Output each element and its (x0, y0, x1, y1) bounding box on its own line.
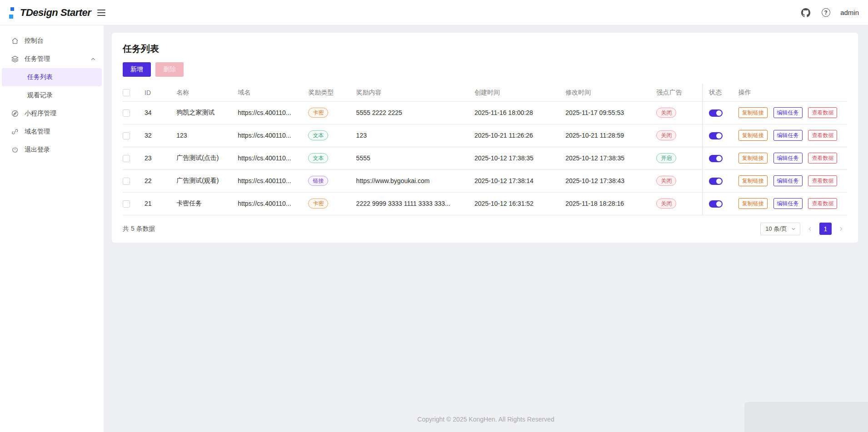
sidebar-item-domain[interactable]: 域名管理 (0, 123, 104, 141)
cell-modified-time: 2025-11-17 09:55:53 (565, 101, 656, 124)
cell-name: 广告测试(观看) (176, 169, 238, 192)
chevron-down-icon (791, 226, 796, 232)
pagination-bar: 共 5 条数据 10 条/页 1 (123, 215, 847, 243)
next-page-button[interactable] (835, 223, 847, 235)
status-toggle[interactable] (709, 109, 723, 117)
column-header-domain: 域名 (238, 84, 308, 101)
top-header: TDesign Starter ? admin (0, 0, 868, 25)
logo-text: TDesign Starter (20, 7, 91, 19)
cell-domain: https://cs.400110... (238, 192, 308, 215)
copy-link-button[interactable]: 复制链接 (738, 198, 768, 209)
prev-page-button[interactable] (804, 223, 816, 235)
cell-name: 123 (176, 124, 238, 147)
edit-task-button[interactable]: 编辑任务 (773, 198, 803, 209)
cell-name: 广告测试(点击) (176, 147, 238, 169)
chevron-left-icon (807, 226, 813, 232)
cell-created-time: 2025-10-12 17:38:35 (474, 147, 565, 169)
sidebar-item-label: 任务管理 (25, 55, 85, 63)
row-checkbox[interactable] (123, 109, 130, 117)
cell-id: 23 (145, 147, 176, 169)
help-icon[interactable]: ? (820, 7, 831, 18)
sidebar-item-console[interactable]: 控制台 (0, 32, 104, 50)
sidebar-item-task-management[interactable]: 任务管理 (0, 50, 104, 68)
force-ad-tag: 关闭 (656, 130, 676, 140)
reward-type-tag: 卡密 (308, 108, 328, 118)
edit-task-button[interactable]: 编辑任务 (773, 153, 803, 164)
select-all-checkbox[interactable] (123, 89, 130, 96)
sidebar-item-miniprogram[interactable]: 小程序管理 (0, 104, 104, 123)
status-toggle[interactable] (709, 155, 723, 162)
view-data-button[interactable]: 查看数据 (808, 130, 837, 141)
copy-link-button[interactable]: 复制链接 (738, 175, 768, 186)
collapse-menu-icon[interactable] (97, 10, 105, 16)
view-data-button[interactable]: 查看数据 (808, 153, 837, 164)
copy-link-button[interactable]: 复制链接 (738, 107, 768, 118)
cell-id: 21 (145, 192, 176, 215)
layers-icon (11, 55, 19, 63)
app-screen: TDesign Starter ? admin 控制台 任务管理 任务列表 观看… (0, 0, 868, 432)
sidebar-item-label: 小程序管理 (25, 109, 96, 118)
row-checkbox[interactable] (123, 178, 130, 185)
view-data-button[interactable]: 查看数据 (808, 175, 837, 186)
cell-reward-content: https://www.bygoukai.com (356, 169, 474, 192)
copy-link-button[interactable]: 复制链接 (738, 153, 768, 164)
page-size-select[interactable]: 10 条/页 (760, 223, 800, 235)
reward-type-tag: 链接 (308, 176, 328, 186)
status-toggle[interactable] (709, 200, 723, 208)
page-number-button[interactable]: 1 (819, 223, 832, 235)
add-button[interactable]: 新增 (123, 62, 151, 77)
table-row: 21 卡密任务 https://cs.400110... 卡密 2222 999… (123, 192, 847, 215)
cell-modified-time: 2025-10-12 17:38:43 (565, 169, 656, 192)
cell-reward-content: 5555 2222 2225 (356, 101, 474, 124)
view-data-button[interactable]: 查看数据 (808, 107, 837, 118)
column-header-status: 状态 (703, 84, 738, 101)
column-header-actions: 操作 (738, 84, 847, 101)
cell-created-time: 2025-10-21 11:26:26 (474, 124, 565, 147)
force-ad-tag: 关闭 (656, 199, 676, 209)
status-toggle[interactable] (709, 178, 723, 185)
task-list-card: 任务列表 新增 删除 ID 名称 (112, 33, 858, 243)
column-header-id: ID (145, 84, 176, 101)
table-header-row: ID 名称 域名 奖励类型 奖励内容 创建时间 修改时间 强点广告 状态 操作 (123, 84, 847, 101)
power-icon (11, 146, 19, 154)
chevron-up-icon (90, 56, 96, 62)
cell-reward-content: 123 (356, 124, 474, 147)
cell-created-time: 2025-10-12 17:38:14 (474, 169, 565, 192)
sidebar-item-label: 退出登录 (25, 146, 96, 154)
delete-button[interactable]: 删除 (155, 62, 184, 77)
cell-name: 卡密任务 (176, 192, 238, 215)
logo-mark-icon (9, 7, 15, 19)
reward-type-tag: 文本 (308, 130, 328, 140)
status-toggle[interactable] (709, 132, 723, 139)
page-title: 任务列表 (123, 43, 847, 55)
cell-domain: https://cs.400110... (238, 101, 308, 124)
row-checkbox[interactable] (123, 155, 130, 162)
row-checkbox[interactable] (123, 200, 130, 208)
chevron-right-icon (838, 226, 844, 232)
cell-created-time: 2025-10-12 16:31:52 (474, 192, 565, 215)
force-ad-tag: 关闭 (656, 108, 676, 118)
view-data-button[interactable]: 查看数据 (808, 198, 837, 209)
cell-reward-content: 5555 (356, 147, 474, 169)
edit-task-button[interactable]: 编辑任务 (773, 130, 803, 141)
sidebar-item-task-list[interactable]: 任务列表 (2, 68, 102, 86)
task-table: ID 名称 域名 奖励类型 奖励内容 创建时间 修改时间 强点广告 状态 操作 (123, 84, 847, 215)
cell-domain: https://cs.400110... (238, 169, 308, 192)
table-row: 23 广告测试(点击) https://cs.400110... 文本 5555… (123, 147, 847, 169)
user-menu[interactable]: admin (840, 9, 859, 16)
edit-task-button[interactable]: 编辑任务 (773, 107, 803, 118)
link-icon (11, 128, 19, 136)
sidebar-item-watch-records[interactable]: 观看记录 (2, 86, 102, 104)
screen-corner-artifact (744, 402, 868, 432)
reward-type-tag: 卡密 (308, 199, 328, 209)
app-logo[interactable]: TDesign Starter (9, 7, 91, 19)
force-ad-tag: 关闭 (656, 176, 676, 186)
edit-task-button[interactable]: 编辑任务 (773, 175, 803, 186)
copy-link-button[interactable]: 复制链接 (738, 130, 768, 141)
cell-domain: https://cs.400110... (238, 124, 308, 147)
sidebar-item-logout[interactable]: 退出登录 (0, 141, 104, 159)
sidebar-item-label: 域名管理 (25, 128, 96, 136)
row-checkbox[interactable] (123, 132, 130, 139)
cell-reward-content: 2222 9999 3333 1111 3333 333... (356, 192, 474, 215)
github-icon[interactable] (800, 7, 811, 18)
